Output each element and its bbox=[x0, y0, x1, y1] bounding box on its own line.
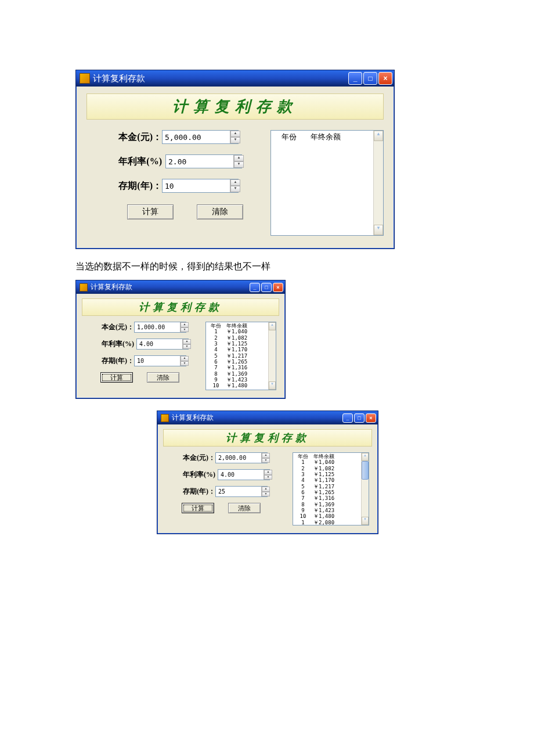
principal-input[interactable] bbox=[216, 453, 261, 463]
scroll-thumb[interactable] bbox=[362, 461, 369, 480]
result-row[interactable]: 7￥1,316 bbox=[208, 365, 266, 370]
cell-year: 5 bbox=[208, 353, 224, 359]
result-row[interactable]: 10￥1,480 bbox=[295, 513, 359, 519]
result-row[interactable]: 5￥1,217 bbox=[295, 484, 359, 489]
spin-up-icon[interactable]: ▲ bbox=[181, 356, 189, 361]
titlebar[interactable]: 计算复利存款 _ □ × bbox=[76, 70, 394, 87]
spin-up-icon[interactable]: ▲ bbox=[230, 131, 240, 137]
spin-up-icon[interactable]: ▲ bbox=[264, 470, 272, 475]
spin-down-icon[interactable]: ▼ bbox=[262, 458, 270, 463]
heading-text: 计算复利存款 bbox=[226, 432, 309, 444]
spin-down-icon[interactable]: ▼ bbox=[230, 137, 240, 143]
result-list[interactable]: 年份 年终余额 1￥1,0402￥1,0823￥1,1254￥1,1705￥1,… bbox=[205, 322, 276, 390]
clear-button[interactable]: 清除 bbox=[197, 204, 243, 219]
spin-down-icon[interactable]: ▼ bbox=[181, 327, 189, 333]
scroll-down-icon[interactable]: ▼ bbox=[362, 517, 369, 525]
principal-label: 本金(元)： bbox=[104, 131, 162, 143]
result-row[interactable]: 9￥1,423 bbox=[295, 507, 359, 513]
close-button[interactable]: × bbox=[273, 283, 283, 292]
result-row[interactable]: 5￥1,217 bbox=[208, 353, 266, 359]
titlebar[interactable]: 计算复利存款 _ □ × bbox=[157, 411, 378, 424]
result-row[interactable]: 1￥1,040 bbox=[208, 329, 266, 334]
clear-button[interactable]: 清除 bbox=[147, 372, 179, 383]
scroll-down-icon[interactable]: ▼ bbox=[374, 225, 383, 235]
rate-input[interactable] bbox=[137, 339, 182, 349]
term-input[interactable] bbox=[135, 356, 180, 366]
result-row[interactable]: 6￥1,265 bbox=[208, 359, 266, 365]
maximize-button[interactable]: □ bbox=[354, 413, 365, 423]
result-row[interactable]: 2￥1,082 bbox=[208, 335, 266, 341]
result-row[interactable]: 7￥1,316 bbox=[295, 495, 359, 501]
minimize-button[interactable]: _ bbox=[250, 283, 260, 292]
spin-up-icon[interactable]: ▲ bbox=[230, 179, 240, 186]
spin-up-icon[interactable]: ▲ bbox=[181, 322, 189, 327]
term-spinner[interactable]: ▲▼ bbox=[134, 355, 186, 366]
scroll-down-icon[interactable]: ▼ bbox=[269, 381, 276, 390]
principal-input[interactable] bbox=[163, 131, 230, 143]
spin-up-icon[interactable]: ▲ bbox=[262, 487, 270, 492]
maximize-button[interactable]: □ bbox=[363, 72, 377, 85]
spin-up-icon[interactable]: ▲ bbox=[183, 339, 191, 344]
cell-year: 8 bbox=[208, 371, 224, 377]
spin-down-icon[interactable]: ▼ bbox=[181, 361, 189, 366]
result-row[interactable]: 4￥1,170 bbox=[295, 477, 359, 483]
result-row[interactable]: 2￥1,082 bbox=[295, 466, 359, 471]
scroll-up-icon[interactable]: ▲ bbox=[362, 453, 369, 461]
cell-balance: ￥1,265 bbox=[311, 489, 359, 495]
scrollbar[interactable]: ▲ ▼ bbox=[373, 131, 383, 235]
minimize-button[interactable]: _ bbox=[348, 72, 362, 85]
term-spinner[interactable]: ▲ ▼ bbox=[162, 179, 239, 193]
result-row[interactable]: 1￥1,040 bbox=[295, 459, 359, 465]
principal-spinner[interactable]: ▲▼ bbox=[134, 322, 186, 333]
calculate-button[interactable]: 计算 bbox=[182, 503, 214, 513]
term-label: 存期(年)： bbox=[92, 356, 134, 366]
term-input[interactable] bbox=[163, 179, 230, 192]
spin-down-icon[interactable]: ▼ bbox=[183, 344, 191, 350]
rate-spinner[interactable]: ▲ ▼ bbox=[165, 154, 242, 168]
result-list[interactable]: 年份 年终余额 1￥1,0402￥1,0823￥1,1254￥1,1705￥1,… bbox=[293, 452, 369, 525]
spin-down-icon[interactable]: ▼ bbox=[234, 161, 244, 168]
result-row[interactable]: 9￥1,423 bbox=[208, 377, 266, 383]
cell-year: 1 bbox=[295, 459, 311, 465]
principal-spinner[interactable]: ▲ ▼ bbox=[162, 130, 239, 144]
spin-down-icon[interactable]: ▼ bbox=[262, 492, 270, 497]
result-row[interactable]: 8￥1,369 bbox=[208, 371, 266, 377]
result-row[interactable]: 6￥1,265 bbox=[295, 489, 359, 495]
spin-up-icon[interactable]: ▲ bbox=[234, 155, 244, 161]
result-row[interactable]: 1￥2,080 bbox=[295, 520, 359, 525]
rate-input[interactable] bbox=[218, 470, 264, 480]
scroll-up-icon[interactable]: ▲ bbox=[269, 322, 276, 330]
close-button[interactable]: × bbox=[378, 72, 392, 85]
principal-input[interactable] bbox=[135, 322, 180, 332]
cell-year: 10 bbox=[208, 383, 224, 388]
term-spinner[interactable]: ▲▼ bbox=[215, 486, 268, 497]
calculate-button[interactable]: 计算 bbox=[100, 372, 133, 383]
maximize-button[interactable]: □ bbox=[261, 283, 272, 292]
scroll-up-icon[interactable]: ▲ bbox=[374, 131, 383, 141]
scrollbar[interactable]: ▲ ▼ bbox=[268, 322, 276, 390]
rate-spinner[interactable]: ▲▼ bbox=[136, 339, 189, 350]
result-list[interactable]: 年份 年终余额 ▲ ▼ bbox=[270, 130, 384, 236]
spin-up-icon[interactable]: ▲ bbox=[262, 453, 270, 458]
result-row[interactable]: 8￥1,369 bbox=[295, 502, 359, 507]
rate-input[interactable] bbox=[166, 155, 233, 168]
titlebar[interactable]: 计算复利存款 _ □ × bbox=[76, 280, 285, 294]
rate-spinner[interactable]: ▲▼ bbox=[218, 469, 270, 480]
minimize-button[interactable]: _ bbox=[342, 413, 353, 423]
spin-down-icon[interactable]: ▼ bbox=[230, 186, 240, 192]
result-row[interactable]: 3￥1,125 bbox=[208, 341, 266, 347]
calculate-button[interactable]: 计算 bbox=[127, 204, 174, 219]
cell-balance: ￥1,369 bbox=[311, 502, 359, 507]
result-row[interactable]: 4￥1,170 bbox=[208, 347, 266, 352]
cell-year: 6 bbox=[208, 359, 224, 365]
rate-label: 年利率(%) bbox=[104, 156, 162, 168]
principal-spinner[interactable]: ▲▼ bbox=[215, 452, 268, 463]
term-input[interactable] bbox=[216, 487, 261, 496]
term-label: 存期(年)： bbox=[174, 487, 215, 496]
clear-button[interactable]: 清除 bbox=[228, 503, 261, 513]
result-row[interactable]: 3￥1,125 bbox=[295, 471, 359, 477]
result-row[interactable]: 10￥1,480 bbox=[208, 383, 266, 388]
scrollbar[interactable]: ▲ ▼ bbox=[361, 453, 369, 525]
spin-down-icon[interactable]: ▼ bbox=[264, 475, 272, 480]
close-button[interactable]: × bbox=[366, 413, 376, 423]
